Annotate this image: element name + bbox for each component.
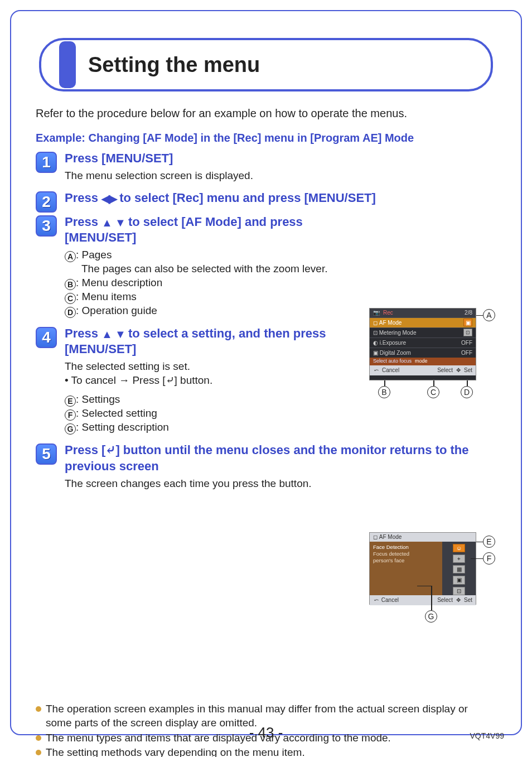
- callout-G: G: [425, 610, 437, 623]
- step-5-body: The screen changes each time you press t…: [65, 477, 496, 491]
- step-2-title: Press ◀▶ to select [Rec] menu and press …: [65, 190, 377, 206]
- step-3-b: Menu description: [82, 277, 163, 288]
- up-arrow-icon: ▲: [101, 216, 112, 229]
- lcd2-left-line3: person's face: [373, 557, 439, 564]
- figure-step-4: ◻ AF Mode Face Detection Focus detected …: [369, 532, 495, 631]
- down-arrow-icon: ▼: [115, 216, 125, 229]
- banner-accent: [59, 41, 76, 88]
- lcd2-left-line1: Face Detection: [373, 544, 439, 551]
- step-4-g: Setting description: [82, 421, 169, 433]
- lcd2-opt-face: ☺: [453, 544, 465, 552]
- label-E-icon: E: [65, 396, 76, 407]
- step-4-f: Selected setting: [82, 407, 157, 419]
- lcd2-left-line2: Focus detected: [373, 551, 439, 557]
- lcd2-nav-icon: ✥: [455, 597, 462, 604]
- right-arrow-icon: ▶: [109, 192, 116, 205]
- callout-line: [471, 558, 483, 560]
- note-bullet-icon: [36, 706, 41, 712]
- step-2-title-pre: Press: [65, 191, 101, 205]
- label-B-icon: B: [65, 279, 76, 290]
- step-1: 1 Press [MENU/SET] The menu selection sc…: [36, 151, 496, 182]
- step-4-body2-pre: • To cancel → Press [: [65, 374, 166, 386]
- left-arrow-icon: ◀: [101, 192, 109, 205]
- step-2-title-post: to select [Rec] menu and press [MENU/SET…: [116, 191, 376, 205]
- callout-line: [476, 315, 483, 316]
- step-badge-3: 3: [36, 215, 57, 237]
- callout-F: F: [483, 552, 495, 565]
- step-3-title-pre: Press: [65, 215, 101, 229]
- step-4: 4 Press ▲ ▼ to select a setting, and the…: [36, 326, 496, 435]
- step-badge-5: 5: [36, 443, 57, 465]
- step-3-c: Menu items: [82, 291, 137, 302]
- lcd2-select: Select: [437, 596, 453, 604]
- step-3: 3 Press ▲ ▼ to select [AF Mode] and pres…: [36, 214, 496, 318]
- lcd1-tab: Rec: [383, 309, 393, 316]
- lcd2-opt-1area: ▣: [453, 576, 465, 584]
- step-1-body: The menu selection screen is displayed.: [65, 169, 496, 183]
- step-4-body1: The selected setting is set.: [65, 360, 496, 374]
- callout-E: E: [483, 536, 495, 548]
- callout-line: [417, 586, 432, 587]
- callout-A: A: [483, 309, 495, 321]
- step-4-title-post: [MENU/SET]: [65, 342, 136, 356]
- step-badge-4: 4: [36, 327, 57, 348]
- step-3-a: Pages: [82, 249, 112, 261]
- step-3-title: Press ▲ ▼ to select [AF Mode] and press …: [65, 214, 377, 246]
- lcd-screenshot-2: ◻ AF Mode Face Detection Focus detected …: [369, 532, 476, 605]
- label-F-icon: F: [65, 409, 76, 421]
- label-G-icon: G: [65, 423, 76, 435]
- label-A-icon: A: [65, 251, 76, 262]
- label-D-icon: D: [65, 307, 76, 318]
- callout-line: [476, 542, 483, 543]
- lcd2-options: ☺ ⌖ ▦ ▣ ⊡: [442, 542, 476, 595]
- lcd2-cancel: Cancel: [381, 596, 399, 604]
- return-icon: ⤶: [166, 374, 175, 386]
- step-3-d: Operation guide: [82, 305, 157, 316]
- document-code: VQT4V99: [470, 731, 504, 740]
- step-3-title-mid: to select [AF Mode] and press: [125, 215, 303, 229]
- intro-text: Refer to the procedure below for an exam…: [36, 106, 496, 120]
- step-badge-1: 1: [36, 152, 57, 173]
- lcd2-opt-tracking: ⌖: [453, 555, 465, 563]
- up-arrow-icon: ▲: [101, 328, 112, 340]
- lcd2-opt-spot: ⊡: [453, 587, 465, 595]
- callout-line: [431, 586, 432, 610]
- step-4-e: Settings: [82, 393, 120, 405]
- label-C-icon: C: [65, 293, 76, 304]
- step-2: 2 Press ◀▶ to select [Rec] menu and pres…: [36, 190, 496, 206]
- lcd2-tab: AF Mode: [379, 533, 402, 541]
- step-badge-2: 2: [36, 191, 57, 213]
- down-arrow-icon: ▼: [115, 328, 125, 340]
- step-4-title-pre: Press: [65, 326, 101, 340]
- step-4-title: Press ▲ ▼ to select a setting, and then …: [65, 326, 377, 358]
- step-5-title-post: ] button until the menu closes and the m…: [65, 443, 469, 473]
- step-5-title: Press [⤶] button until the menu closes a…: [65, 442, 489, 474]
- note-3: The setting methods vary depending on th…: [46, 746, 496, 757]
- step-3-a-sub: The pages can also be selected with the …: [81, 262, 496, 276]
- title-banner: Setting the menu: [39, 38, 493, 91]
- step-3-title-post: [MENU/SET]: [65, 230, 136, 244]
- lcd2-afmode-icon: ◻: [373, 533, 378, 541]
- page-number: - 43 -: [0, 724, 532, 741]
- example-heading: Example: Changing [AF Mode] in the [Rec]…: [36, 131, 496, 145]
- lcd2-set: Set: [464, 596, 472, 604]
- lcd2-opt-multi: ▦: [453, 565, 465, 573]
- step-5: 5 Press [⤶] button until the menu closes…: [36, 442, 496, 490]
- step-4-title-mid: to select a setting, and then press: [125, 326, 326, 340]
- step-1-title: Press [MENU/SET]: [65, 151, 377, 167]
- lcd2-back-icon: ⤺: [373, 597, 380, 604]
- lcd1-camera-icon: 📷: [373, 309, 380, 316]
- return-icon: ⤶: [105, 443, 115, 457]
- step-5-title-pre: Press [: [65, 443, 105, 457]
- note-bullet-icon: [36, 750, 41, 755]
- step-4-body2-post: ] button.: [175, 374, 213, 386]
- lcd1-page: 2/8: [465, 309, 472, 316]
- page-title: Setting the menu: [88, 53, 260, 77]
